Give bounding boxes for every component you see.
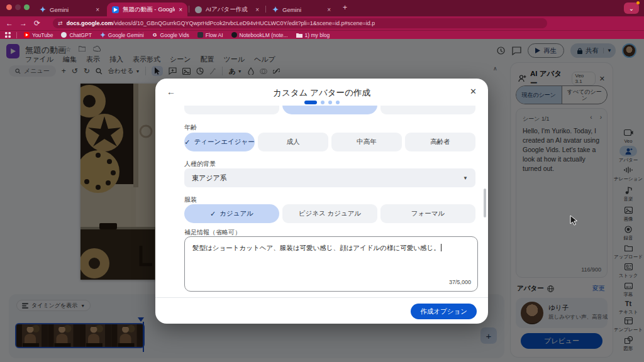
step-progress [155,101,488,104]
browser-tab-vids[interactable]: 無題の動画 - Google Vids × [107,3,187,16]
age-option-middle[interactable]: 中高年 [331,133,402,151]
bookmark-chatgpt[interactable]: ChatGPT [61,32,91,38]
create-custom-avatar-dialog: ← カスタム アバターの作成 ✕ 年齢 ✓ティーンエイジャー 成人 中高年 高齢… [155,79,488,324]
ethnicity-select[interactable]: 東アジア系 ▼ [184,168,475,187]
ethnicity-label: 人種的背景 [184,160,216,168]
tab-close-icon[interactable]: × [96,6,99,13]
dialog-scrollbar[interactable] [484,189,486,217]
browser-tab-gemini-1[interactable]: Gemini × [34,3,104,16]
age-option-teen[interactable]: ✓ティーンエイジャー [184,133,255,151]
bookmark-notebooklm[interactable]: NotebookLM (note... [231,32,288,38]
age-option-senior[interactable]: 高齢者 [405,133,475,151]
new-tab-button[interactable]: + [343,3,347,12]
tab-close-icon[interactable]: × [327,6,331,13]
vids-favicon [112,6,119,13]
bookmark-folder-myblog[interactable]: 1) my blog [296,32,330,38]
mac-close-button[interactable] [6,4,12,10]
notes-textarea[interactable]: 髪型はショートカットヘア、服装は可愛い感じ、顔はアイドルの様に可愛い感じ。 37… [184,236,478,292]
dialog-footer: 作成オプション [155,297,488,324]
browser-tab-strip: Gemini × 無題の動画 - Google Vids × AIアバター作成 … [0,0,644,16]
tab-title: Gemini [50,6,69,13]
gender-options-cutoff [184,106,475,114]
chevron-down-icon: ▼ [463,175,468,181]
browser-tab-gemini-2[interactable]: Gemini × [267,3,336,16]
bookmark-youtube[interactable]: YouTube [24,32,53,38]
age-options: ✓ティーンエイジャー 成人 中高年 高齢者 [184,133,475,151]
dialog-close-icon[interactable]: ✕ [470,87,477,96]
gemini-favicon [39,6,46,13]
tab-title: 無題の動画 - Google Vids [123,6,175,14]
option-chip[interactable] [380,106,475,114]
dialog-title: カスタム アバターの作成 [155,87,488,99]
bookmark-flow[interactable]: Flow AI [197,32,223,38]
dialog-scroll-area: 年齢 ✓ティーンエイジャー 成人 中高年 高齢者 人種的背景 東アジア系 ▼ 服… [155,106,488,297]
tab-title: Gemini [282,6,301,13]
bookmark-gemini[interactable]: Google Gemini [100,32,144,38]
url-text: docs.google.com/videos/d/10_GBnQGurrkGQY… [67,20,375,26]
forward-icon[interactable]: → [16,19,30,28]
clothing-label: 服装 [184,195,197,204]
age-label: 年齢 [184,123,197,132]
clothing-option-business[interactable]: ビジネス カジュアル [282,204,377,223]
tab-close-icon[interactable]: × [179,6,182,13]
screen: Gemini × 無題の動画 - Google Vids × AIアバター作成 … [0,0,644,362]
create-options-button[interactable]: 作成オプション [411,304,477,319]
tab-title: AIアバター作成 [206,6,248,14]
folder-icon [296,33,303,38]
browser-toolbar: ← → ⟳ ⇄ docs.google.com/videos/d/10_GBnQ… [0,16,644,30]
option-chip[interactable] [184,106,279,114]
site-settings-icon[interactable]: ⇄ [58,20,63,26]
clothing-option-casual[interactable]: ✓カジュアル [184,204,279,223]
site-favicon [195,6,202,13]
option-chip-selected[interactable] [282,106,377,114]
mac-zoom-button[interactable] [24,4,30,10]
notes-counter: 37/5,000 [449,278,471,287]
browser-tab-avatar[interactable]: AIアバター作成 × [190,3,264,16]
age-option-adult[interactable]: 成人 [258,133,328,151]
mac-minimize-button[interactable] [15,4,21,10]
tab-close-icon[interactable]: × [255,6,259,13]
bookmarks-bar: YouTube ChatGPT Google Gemini G Google V… [0,30,644,39]
reload-icon[interactable]: ⟳ [30,19,44,28]
bookmark-vids[interactable]: G Google Vids [152,32,189,38]
clothing-options: ✓カジュアル ビジネス カジュアル フォーマル [184,204,475,223]
mouse-cursor [570,215,578,226]
address-bar[interactable]: ⇄ docs.google.com/videos/d/10_GBnQGurrkG… [53,18,547,28]
update-dot [636,1,640,4]
gemini-favicon [272,6,279,13]
back-icon[interactable]: ← [3,19,16,28]
apps-grid-icon[interactable] [5,32,11,38]
step-1-active [304,101,317,104]
clothing-option-formal[interactable]: フォーマル [380,204,475,223]
notes-label: 補足情報（省略可） [184,228,241,237]
